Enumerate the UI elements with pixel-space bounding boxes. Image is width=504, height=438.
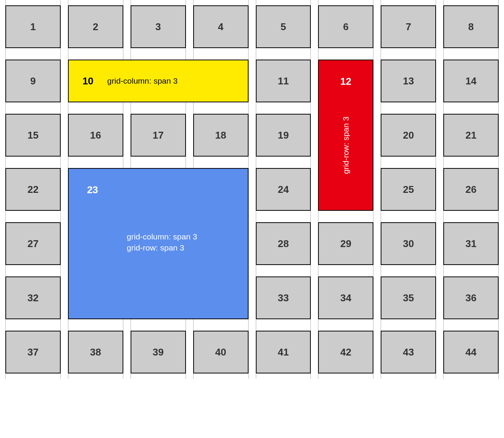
- grid-tile-42: 42: [318, 331, 373, 373]
- tile-number: 44: [465, 346, 477, 358]
- tile-number: 14: [465, 75, 477, 87]
- tile-number: 40: [215, 346, 226, 358]
- tile-number: 7: [405, 21, 411, 33]
- grid-tile-11: 11: [256, 60, 311, 102]
- grid-tile-23: 23grid-column: span 3 grid-row: span 3: [68, 168, 249, 319]
- tile-number: 31: [465, 238, 477, 250]
- grid-tile-24: 24: [256, 168, 311, 211]
- tile-number: 28: [278, 238, 289, 250]
- tile-number: 39: [153, 346, 164, 358]
- grid-tile-27: 27: [5, 222, 61, 265]
- grid-tile-39: 39: [131, 331, 186, 373]
- tile-number: 5: [281, 21, 286, 33]
- tile-number: 16: [90, 129, 101, 141]
- tile-number: 42: [340, 346, 351, 358]
- tile-number: 23: [87, 184, 98, 196]
- tile-number: 3: [155, 21, 161, 33]
- tile-number: 15: [27, 129, 39, 141]
- grid-tile-17: 17: [131, 114, 186, 157]
- grid-tile-41: 41: [256, 331, 311, 373]
- grid-tile-20: 20: [381, 114, 436, 157]
- tile-number: 24: [278, 184, 289, 196]
- css-grid-span-diagram: 12345678910grid-column: span 31112grid-r…: [5, 5, 499, 373]
- grid-tile-3: 3: [131, 5, 186, 48]
- grid-tile-7: 7: [381, 5, 436, 48]
- tile-number: 19: [278, 129, 289, 141]
- grid-tile-44: 44: [443, 331, 499, 373]
- grid-tile-32: 32: [5, 276, 61, 319]
- tile-number: 27: [27, 238, 39, 250]
- tile-number: 36: [465, 292, 477, 304]
- tile-number: 35: [403, 292, 414, 304]
- grid-tile-16: 16: [68, 114, 123, 157]
- tile-number: 34: [340, 292, 351, 304]
- grid-tile-35: 35: [381, 276, 436, 319]
- tile-number: 6: [343, 21, 349, 33]
- grid-tile-10: 10grid-column: span 3: [68, 60, 249, 102]
- tile-number: 11: [278, 75, 289, 87]
- grid-tile-26: 26: [443, 168, 499, 211]
- tile-caption: grid-column: span 3 grid-row: span 3: [119, 231, 197, 254]
- grid-tile-6: 6: [318, 5, 373, 48]
- tile-number: 30: [403, 238, 414, 250]
- grid-tile-29: 29: [318, 222, 373, 265]
- tile-number: 25: [403, 184, 414, 196]
- tile-caption: grid-column: span 3: [107, 76, 178, 86]
- tile-number: 37: [27, 346, 39, 358]
- grid-tile-12: 12grid-row: span 3: [318, 60, 373, 211]
- grid-tile-43: 43: [381, 331, 436, 373]
- grid-tile-19: 19: [256, 114, 311, 157]
- grid-tile-38: 38: [68, 331, 123, 373]
- tile-number: 18: [215, 129, 226, 141]
- tile-number: 12: [340, 76, 351, 87]
- grid-tile-40: 40: [193, 331, 249, 373]
- grid-tile-31: 31: [443, 222, 499, 265]
- tile-number: 26: [465, 184, 477, 196]
- grid-tile-1: 1: [5, 5, 61, 48]
- grid-tile-15: 15: [5, 114, 61, 157]
- grid-tile-2: 2: [68, 5, 123, 48]
- tile-number: 4: [218, 21, 223, 33]
- grid-tile-4: 4: [193, 5, 249, 48]
- tile-number: 38: [90, 346, 101, 358]
- tile-number: 22: [27, 184, 39, 196]
- grid-tile-22: 22: [5, 168, 61, 211]
- tile-number: 41: [278, 346, 289, 358]
- tile-number: 10: [82, 75, 94, 87]
- tile-number: 32: [27, 292, 39, 304]
- tile-number: 2: [93, 21, 98, 33]
- grid-tile-37: 37: [5, 331, 61, 373]
- grid-tile-18: 18: [193, 114, 249, 157]
- grid-tile-34: 34: [318, 276, 373, 319]
- grid-tile-36: 36: [443, 276, 499, 319]
- grid-tile-9: 9: [5, 60, 61, 102]
- tile-number: 33: [278, 292, 289, 304]
- tile-number: 13: [403, 75, 414, 87]
- grid-tile-8: 8: [443, 5, 499, 48]
- tile-caption: grid-row: span 3: [341, 116, 351, 174]
- tile-number: 9: [30, 75, 36, 87]
- grid-tile-25: 25: [381, 168, 436, 211]
- tile-number: 17: [153, 129, 164, 141]
- grid-tile-14: 14: [443, 60, 499, 102]
- grid-tile-28: 28: [256, 222, 311, 265]
- grid-tile-13: 13: [381, 60, 436, 102]
- tile-number: 43: [403, 346, 414, 358]
- tile-number: 29: [340, 238, 351, 250]
- tile-number: 21: [465, 129, 477, 141]
- grid-tile-21: 21: [443, 114, 499, 157]
- tile-number: 8: [468, 21, 473, 33]
- grid-tile-33: 33: [256, 276, 311, 319]
- grid-tile-30: 30: [381, 222, 436, 265]
- grid-tile-5: 5: [256, 5, 311, 48]
- tile-number: 20: [403, 129, 414, 141]
- tile-number: 1: [30, 21, 36, 33]
